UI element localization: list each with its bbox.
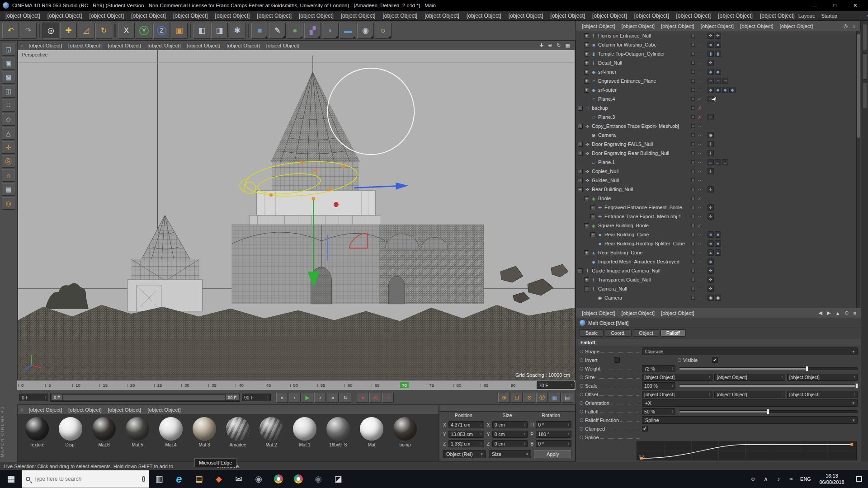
photos-app-icon[interactable]: ◪ <box>328 470 348 488</box>
layer-toggle[interactable] <box>691 188 695 191</box>
animation-start-field[interactable]: 0 F ↕ <box>19 394 48 401</box>
falloff-slider[interactable] <box>679 410 858 413</box>
object-tree-row[interactable]: ◆ Imported Mesh_Amadeen Destroyed ·· ◆ <box>576 257 861 266</box>
deformer-menu[interactable]: ◗ <box>322 23 339 39</box>
menu-item[interactable]: [object Object] <box>421 12 463 20</box>
scale-field[interactable]: 100 % ↕ <box>642 382 675 389</box>
expander-icon[interactable]: + <box>578 178 583 183</box>
volume-icon[interactable]: ♪ <box>772 476 785 482</box>
expander-icon[interactable]: + <box>584 70 589 75</box>
null-object-icon[interactable]: ✛ <box>590 277 597 282</box>
material-name[interactable]: Amadee <box>222 442 254 447</box>
layer-toggle[interactable] <box>691 269 695 272</box>
object-tree-row[interactable]: − ▱ backup ✗ <box>576 103 861 113</box>
timeline-tick[interactable]: 65 <box>372 380 399 390</box>
object-tree-row[interactable]: ▱ Plane.4 ✓ ▱ <box>576 94 861 103</box>
uv-tag[interactable]: ✛ <box>715 33 721 39</box>
coordinate-field[interactable]: 180 ° ↕ <box>536 431 571 438</box>
object-tree-row[interactable]: + ✛ Transparent Guide_Null ·· ✛ <box>576 275 861 284</box>
layer-toggle[interactable] <box>691 106 695 110</box>
object-label[interactable]: Rear Building-Rooftop Splitter_Cube <box>604 241 685 246</box>
start-button[interactable] <box>0 470 22 488</box>
layer-toggle[interactable] <box>691 52 695 56</box>
texture-tag[interactable]: ▱ <box>708 159 714 165</box>
layer-toggle[interactable] <box>691 233 695 236</box>
visibility-dots[interactable]: ·· <box>696 205 703 210</box>
object-label[interactable]: Detail_Null <box>598 60 622 66</box>
vertical-tab[interactable] <box>862 83 867 109</box>
render-picture-viewer-button[interactable]: ◨ <box>211 23 228 39</box>
phong-tag[interactable]: ◆ <box>715 69 721 75</box>
object-label[interactable]: Boole <box>598 196 611 201</box>
visibility-dots[interactable]: ·· <box>696 160 703 165</box>
timeline-tick[interactable]: 15 <box>99 380 127 390</box>
network-icon[interactable]: ≈ <box>785 476 797 482</box>
offset-field[interactable]: [object Object] ↕ <box>787 391 858 398</box>
visibility-dots[interactable]: ·· <box>696 42 703 47</box>
taskbar-search[interactable] <box>22 470 149 488</box>
texture-tag[interactable]: ◆ <box>708 69 714 75</box>
model-mode-button[interactable]: ▣ <box>2 57 15 70</box>
light-menu[interactable]: ○ <box>375 23 392 39</box>
edge-browser-icon[interactable]: e <box>169 470 189 488</box>
falloff-field[interactable]: 50 % ↕ <box>642 408 675 415</box>
timeline-tick[interactable]: 0 <box>18 380 45 390</box>
expander-icon[interactable]: + <box>590 205 595 210</box>
environment-menu[interactable]: ▬ <box>340 23 356 39</box>
viewport-menu-item[interactable]: [object Object] <box>144 42 184 49</box>
weight-slider[interactable] <box>679 367 858 370</box>
visibility-dots[interactable]: ·· <box>696 250 703 255</box>
browser-beta-app-icon[interactable] <box>269 470 288 488</box>
texture-mode-button[interactable]: ▩ <box>2 71 15 84</box>
polygon-object-icon[interactable]: ◆ <box>590 88 597 93</box>
plane-object-icon[interactable]: ▱ <box>590 115 597 120</box>
parent-object-icon[interactable]: ▲ <box>833 310 842 316</box>
object-tree-row[interactable]: ◉ Camera ·· ◉ <box>576 131 861 140</box>
expander-icon[interactable]: − <box>584 223 589 228</box>
layer-toggle[interactable] <box>691 169 695 173</box>
expander-icon[interactable]: + <box>584 42 589 47</box>
points-mode-button[interactable]: ∷ <box>2 99 15 112</box>
apply-button[interactable]: Apply <box>534 450 571 458</box>
layer-toggle[interactable] <box>691 251 695 254</box>
object-manager-menu-item[interactable]: [object Object] <box>658 23 698 29</box>
material-preview-sphere[interactable] <box>226 417 250 441</box>
animation-dot[interactable] <box>678 358 681 362</box>
null-object-icon[interactable]: ✛ <box>590 61 597 66</box>
visibility-dots[interactable]: ·· <box>696 268 703 273</box>
workplane-lock-button[interactable]: ▤ <box>2 183 15 196</box>
phong-tag[interactable]: ◆ <box>708 87 714 93</box>
object-tree-row[interactable]: + ✛ Door Engraving-FAILS_Null ·· ✛ <box>576 140 861 149</box>
toggle-view-icon[interactable]: ▦ <box>563 42 572 48</box>
timeline-tick[interactable]: 40 <box>236 380 263 390</box>
loop-button[interactable]: ↻ <box>340 393 351 403</box>
null-object-icon[interactable]: ✛ <box>597 205 603 210</box>
material-name[interactable]: Mat <box>356 442 387 447</box>
preview-range-bar[interactable]: 0 F 90 F <box>50 394 240 402</box>
texture-tag[interactable]: ▮ <box>708 51 714 57</box>
object-label[interactable]: Temple Top-Octagon_Cylinder <box>598 51 665 56</box>
pan-view-icon[interactable]: ✚ <box>537 42 546 48</box>
y-axis-lock[interactable]: Y <box>136 23 152 39</box>
render-settings-button[interactable]: ✱ <box>229 23 245 39</box>
material-preview-sphere[interactable] <box>25 417 49 441</box>
om-filter-icon[interactable]: ◎ <box>841 23 850 29</box>
object-tree-row[interactable]: + ▲ Rear Building_Cone ·· ▲▲ <box>576 248 861 257</box>
stepper-icon[interactable]: ↕ <box>480 441 482 446</box>
texture-tag[interactable]: ✛ <box>708 150 714 156</box>
object-manager-menu-item[interactable]: [object Object] <box>777 23 816 29</box>
layer-toggle[interactable] <box>691 97 695 101</box>
animation-dot[interactable] <box>580 436 583 439</box>
object-label[interactable]: Entrance Trace Export- Mesh.obj.1 <box>604 214 681 219</box>
toolbar-separator[interactable] <box>39 24 40 38</box>
coordinate-field[interactable]: 13.053 cm ↕ <box>448 431 484 438</box>
history-forward-icon[interactable]: ▶ <box>825 310 833 316</box>
previous-frame-button[interactable]: ‹ <box>289 393 301 403</box>
animation-end-field[interactable]: 90 F ↕ <box>242 394 271 401</box>
uv-tag[interactable]: ■ <box>715 231 721 238</box>
texture-tag[interactable]: ■ <box>708 42 714 48</box>
texture-tag[interactable]: ✛ <box>708 204 714 211</box>
menu-item[interactable]: [object Object] <box>673 12 715 20</box>
timeline-tick[interactable]: 30 <box>181 380 208 390</box>
maximize-button[interactable]: □ <box>825 0 845 11</box>
